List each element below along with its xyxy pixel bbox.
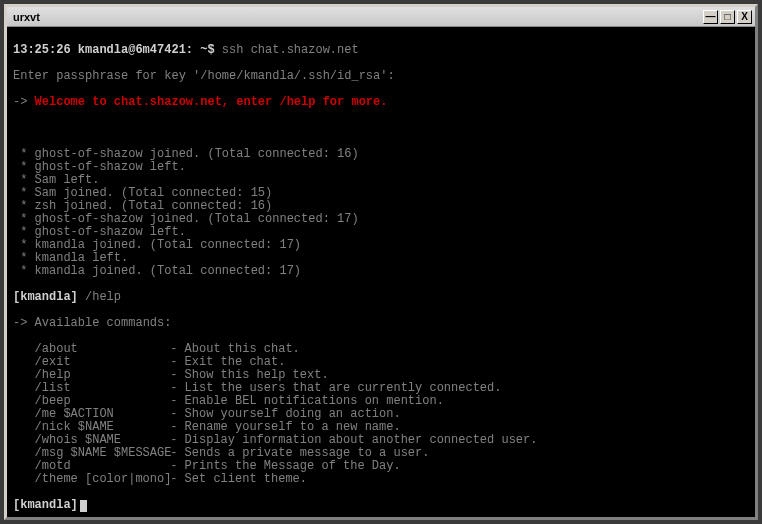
welcome-line: -> Welcome to chat.shazow.net, enter /he… bbox=[13, 96, 749, 109]
help-description: - Prints the Message of the Day. bbox=[163, 459, 401, 473]
maximize-button[interactable]: □ bbox=[720, 10, 735, 24]
blank-line bbox=[13, 122, 749, 135]
help-description: - Rename yourself to a new name. bbox=[163, 420, 401, 434]
help-row: /exit - Exit the chat. bbox=[13, 356, 749, 369]
terminal-output[interactable]: 13:25:26 kmandla@6m47421: ~$ ssh chat.sh… bbox=[7, 27, 755, 517]
passphrase-line: Enter passphrase for key '/home/kmandla/… bbox=[13, 70, 749, 83]
help-description: - About this chat. bbox=[163, 342, 300, 356]
minimize-button[interactable]: — bbox=[703, 10, 718, 24]
help-row: /theme [color|mono] - Set client theme. bbox=[13, 473, 749, 486]
close-button[interactable]: X bbox=[737, 10, 752, 24]
help-header-line: -> Available commands: bbox=[13, 317, 749, 330]
help-description: - Enable BEL notifications on mention. bbox=[163, 394, 444, 408]
help-description: - Show yourself doing an action. bbox=[163, 407, 401, 421]
window-controls: — □ X bbox=[703, 10, 752, 24]
event-line: * kmandla joined. (Total connected: 17) bbox=[13, 265, 749, 278]
help-command: /theme [color|mono] bbox=[13, 473, 163, 486]
prompt-line: 13:25:26 kmandla@6m47421: ~$ ssh chat.sh… bbox=[13, 44, 749, 57]
input-prompt[interactable]: [kmandla] bbox=[13, 499, 749, 512]
help-description: - Set client theme. bbox=[163, 472, 307, 486]
help-description: - Show this help text. bbox=[163, 368, 329, 382]
window-title: urxvt bbox=[10, 11, 40, 23]
titlebar: urxvt — □ X bbox=[7, 7, 755, 27]
help-description: - Exit the chat. bbox=[163, 355, 285, 369]
help-description: - Display information about another conn… bbox=[163, 433, 537, 447]
terminal-window: urxvt — □ X 13:25:26 kmandla@6m47421: ~$… bbox=[4, 4, 758, 520]
cursor-icon bbox=[80, 500, 87, 512]
help-description: - List the users that are currently conn… bbox=[163, 381, 501, 395]
event-line: * ghost-of-shazow left. bbox=[13, 161, 749, 174]
help-input-line: [kmandla] /help bbox=[13, 291, 749, 304]
help-description: - Sends a private message to a user. bbox=[163, 446, 429, 460]
help-row: /about - About this chat. bbox=[13, 343, 749, 356]
